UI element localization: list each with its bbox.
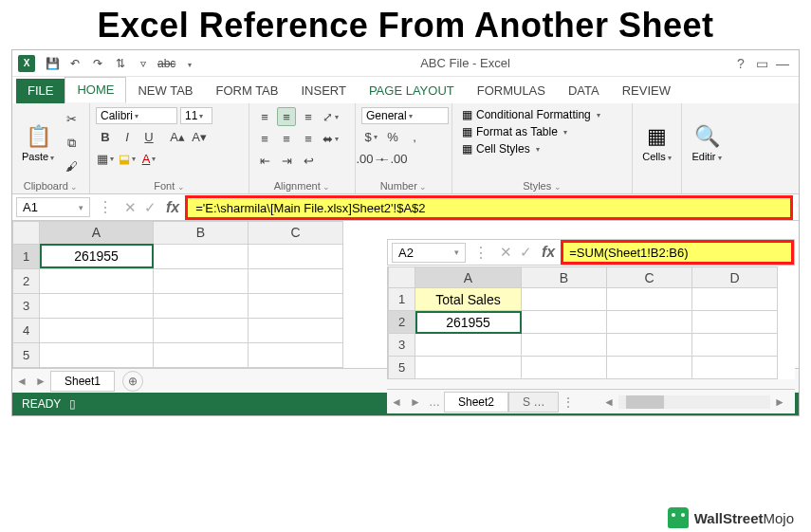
sheet-nav-prev2-icon[interactable]: ◄: [387, 395, 406, 409]
strike-icon[interactable]: abc: [157, 57, 175, 70]
currency-icon[interactable]: $: [361, 127, 380, 146]
col-header-c[interactable]: C: [249, 222, 343, 245]
grid-left[interactable]: A B C 1 261955 2 3 4 5: [12, 221, 343, 368]
cells-button[interactable]: ▦ Cells: [638, 107, 675, 178]
sheet-tab-other[interactable]: S …: [508, 392, 559, 413]
grid-right[interactable]: A B C D 1 Total Sales 2 261955 3 5: [388, 266, 778, 379]
align-middle-icon[interactable]: ≡: [277, 107, 296, 126]
scroll-right-icon[interactable]: ►: [770, 395, 789, 409]
cell-a1r[interactable]: Total Sales: [415, 288, 522, 311]
filter-icon[interactable]: ▿: [135, 57, 152, 70]
row-header-3r[interactable]: 3: [389, 334, 415, 357]
undo-icon[interactable]: ↶: [66, 57, 83, 70]
row-header-5r[interactable]: 5: [389, 357, 415, 379]
help-icon[interactable]: ?: [730, 56, 751, 71]
row-header-5[interactable]: 5: [13, 342, 40, 367]
cell-a1[interactable]: 261955: [40, 244, 154, 268]
col-header-d2[interactable]: D: [692, 267, 778, 288]
formula-input[interactable]: ='E:\sharmila\[Main File.xlsx]Sheet2'!$A…: [185, 195, 793, 220]
row-header-1[interactable]: 1: [13, 244, 40, 268]
row-header-2r[interactable]: 2: [389, 311, 415, 334]
sheet-nav-next-icon[interactable]: ►: [31, 375, 50, 388]
font-size-combo[interactable]: 11: [180, 107, 212, 124]
select-all-corner[interactable]: [13, 222, 40, 245]
redo-icon[interactable]: ↷: [89, 57, 106, 70]
ribbon-options-icon[interactable]: ▭: [751, 56, 772, 71]
orientation-icon[interactable]: ⤢: [321, 107, 340, 126]
col-header-a2[interactable]: A: [415, 267, 522, 288]
select-all-corner-2[interactable]: [389, 267, 415, 288]
hscroll-right[interactable]: ◄ ►: [578, 395, 795, 409]
decrease-decimal-icon[interactable]: ←.00: [383, 149, 402, 168]
tab-insert[interactable]: INSERT: [289, 79, 357, 103]
number-format-combo[interactable]: General: [361, 107, 449, 124]
fx-icon-2[interactable]: fx: [542, 244, 555, 261]
tab-home[interactable]: HOME: [65, 77, 126, 103]
sort-icon[interactable]: ⇅: [112, 57, 129, 70]
save-icon[interactable]: 💾: [44, 57, 61, 70]
paste-button[interactable]: 📋 Paste: [18, 107, 58, 178]
macro-record-icon[interactable]: ▯: [69, 397, 76, 411]
add-sheet-icon[interactable]: ⊕: [122, 371, 143, 392]
tab-formulas[interactable]: FORMULAS: [466, 79, 557, 103]
format-as-table-button[interactable]: ▦ Format as Table: [458, 124, 626, 139]
name-box[interactable]: A1: [16, 197, 90, 217]
col-header-b2[interactable]: B: [522, 267, 607, 288]
bold-icon[interactable]: B: [96, 127, 115, 146]
accept-formula-icon[interactable]: ✓: [144, 199, 157, 216]
comma-icon[interactable]: ,: [405, 127, 424, 146]
tab-file[interactable]: FILE: [16, 79, 65, 103]
scroll-left-icon[interactable]: ◄: [599, 395, 618, 409]
cell-a2[interactable]: [40, 268, 154, 293]
align-left-icon[interactable]: ≡: [255, 129, 274, 148]
accept-formula-icon-2[interactable]: ✓: [520, 244, 532, 261]
conditional-formatting-button[interactable]: ▦ Conditional Formatting: [458, 107, 626, 122]
wrap-text-icon[interactable]: ↩: [299, 151, 318, 170]
copy-icon[interactable]: ⧉: [62, 134, 81, 153]
format-painter-icon[interactable]: 🖌: [62, 157, 81, 176]
fill-color-icon[interactable]: ⬓: [118, 149, 137, 168]
cell-styles-button[interactable]: ▦ Cell Styles: [458, 141, 626, 156]
sheet-tab-sheet2[interactable]: Sheet2: [444, 392, 508, 413]
underline-icon[interactable]: U: [139, 127, 158, 146]
tab-pagelayout[interactable]: PAGE LAYOUT: [358, 79, 466, 103]
border-icon[interactable]: ▦: [96, 149, 115, 168]
align-top-icon[interactable]: ≡: [255, 107, 274, 126]
italic-icon[interactable]: I: [118, 127, 137, 146]
increase-indent-icon[interactable]: ⇥: [277, 151, 296, 170]
align-center-icon[interactable]: ≡: [277, 129, 296, 148]
formula-input-2[interactable]: =SUM(Sheet1!B2:B6): [561, 240, 794, 265]
tab-formtab[interactable]: Form Tab: [205, 79, 290, 103]
sheet-nav-next2-icon[interactable]: ►: [406, 395, 425, 409]
cell-b1[interactable]: [154, 244, 249, 268]
row-header-2[interactable]: 2: [13, 268, 40, 293]
decrease-font-icon[interactable]: A▾: [190, 127, 209, 146]
cell-a2r[interactable]: 261955: [415, 311, 522, 334]
percent-icon[interactable]: %: [383, 127, 402, 146]
cancel-formula-icon-2[interactable]: ✕: [500, 244, 512, 261]
cell-c1[interactable]: [249, 244, 343, 268]
increase-font-icon[interactable]: A▴: [168, 127, 187, 146]
row-header-4[interactable]: 4: [13, 318, 40, 342]
qat-customize-icon[interactable]: [180, 57, 197, 70]
tab-newtab[interactable]: New Tab: [126, 79, 204, 103]
merge-icon[interactable]: ⬌: [321, 129, 340, 148]
align-right-icon[interactable]: ≡: [299, 129, 318, 148]
font-name-combo[interactable]: Calibri: [96, 107, 177, 124]
cancel-formula-icon[interactable]: ✕: [124, 199, 137, 216]
editing-button[interactable]: 🔍 Editir: [688, 107, 726, 178]
font-color-icon[interactable]: A: [139, 149, 158, 168]
name-box-2[interactable]: A2: [392, 243, 466, 263]
tab-data[interactable]: DATA: [557, 79, 611, 103]
minimize-icon[interactable]: —: [772, 56, 793, 71]
tab-review[interactable]: REVIEW: [611, 79, 682, 103]
col-header-a[interactable]: A: [40, 222, 154, 245]
decrease-indent-icon[interactable]: ⇤: [255, 151, 274, 170]
sheet-tab-sheet1[interactable]: Sheet1: [50, 371, 115, 392]
cut-icon[interactable]: ✂: [62, 110, 81, 129]
row-header-3[interactable]: 3: [13, 293, 40, 318]
align-bottom-icon[interactable]: ≡: [299, 107, 318, 126]
sheet-nav-prev-icon[interactable]: ◄: [12, 375, 31, 388]
row-header-1r[interactable]: 1: [389, 288, 415, 311]
col-header-c2[interactable]: C: [607, 267, 692, 288]
